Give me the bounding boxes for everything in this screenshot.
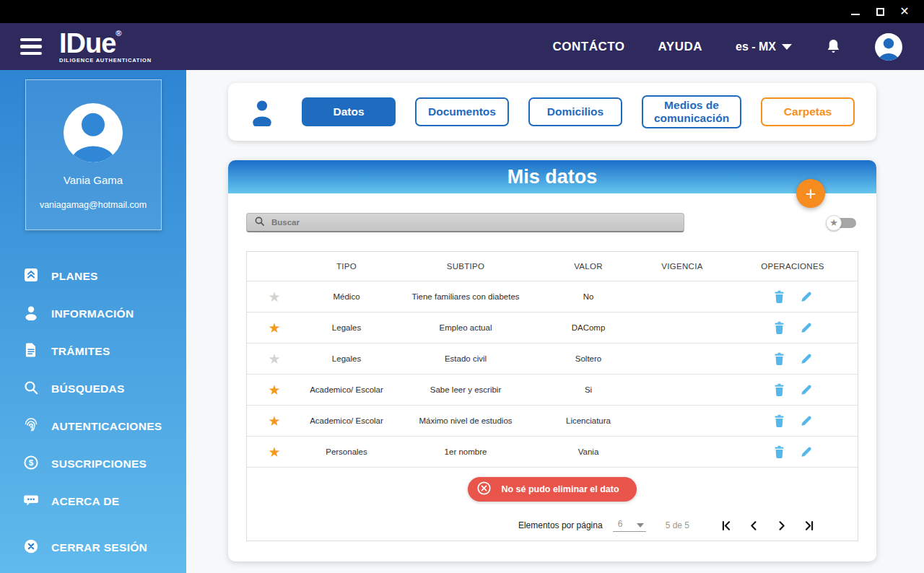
delete-button[interactable] — [773, 445, 785, 459]
search-icon — [23, 380, 39, 398]
sidebar-item-busquedas[interactable]: BÚSQUEDAS — [0, 370, 186, 408]
bell-icon[interactable] — [825, 38, 842, 55]
favorite-star-icon[interactable]: ★ — [247, 383, 302, 397]
main-content: Datos Documentos Domicilios Medios de co… — [186, 70, 924, 573]
items-per-page-select[interactable]: 6 — [613, 519, 646, 532]
add-data-button[interactable]: + — [796, 179, 825, 208]
delete-button[interactable] — [773, 352, 785, 366]
cell-valor: Vania — [540, 447, 637, 456]
cell-subtipo: Sabe leer y escribir — [391, 385, 540, 394]
previous-page-button[interactable] — [747, 519, 761, 533]
cell-tipo: Personales — [302, 447, 391, 456]
sidebar-item-suscripciones[interactable]: $ SUSCRIPCIONES — [0, 445, 186, 483]
column-header: SUBTIPO — [391, 262, 540, 271]
tab-button[interactable]: Documentos — [415, 97, 509, 126]
maximize-icon — [876, 8, 884, 16]
tab-button[interactable]: Datos — [302, 97, 396, 126]
tab-button[interactable]: Domicilios — [528, 97, 622, 126]
items-per-page-label: Elementos por página — [518, 520, 603, 530]
nav-contacto-link[interactable]: CONTÁCTO — [553, 40, 625, 54]
favorites-filter-toggle[interactable]: ★ — [826, 214, 856, 232]
app-header: IDue® DILIGENCE AUTHENTICATION CONTÁCTO … — [0, 23, 924, 70]
tab-button[interactable]: Medios de comunicación — [642, 95, 741, 128]
cell-subtipo: Estado civil — [391, 354, 540, 363]
data-table: TIPOSUBTIPOVALORVIGENCIAOPERACIONES ★ Mé… — [246, 251, 858, 541]
sidebar-item-planes[interactable]: PLANES — [0, 258, 186, 295]
first-page-button[interactable] — [720, 519, 733, 533]
cell-valor: No — [540, 292, 637, 301]
cell-tipo: Academico/ Escolar — [302, 385, 391, 394]
delete-button[interactable] — [773, 383, 785, 397]
sidebar-item-label: ACERCA DE — [51, 495, 119, 508]
tab-list: Datos Documentos Domicilios Medios de co… — [302, 95, 855, 128]
column-header: OPERACIONES — [728, 262, 858, 271]
cell-tipo: Academico/ Escolar — [302, 416, 391, 425]
close-button[interactable]: ✕ — [892, 2, 917, 21]
cell-tipo: Legales — [302, 323, 391, 332]
user-name: Vania Gama — [64, 174, 123, 186]
user-email: vaniagamag@hotmail.com — [40, 200, 147, 210]
sidebar-item-label: BÚSQUEDAS — [51, 382, 125, 395]
table-header-row: TIPOSUBTIPOVALORVIGENCIAOPERACIONES — [247, 252, 858, 281]
edit-button[interactable] — [800, 321, 813, 334]
star-icon: ★ — [826, 215, 842, 231]
favorite-star-icon[interactable]: ★ — [247, 290, 302, 304]
edit-button[interactable] — [800, 414, 813, 427]
logo-title: IDue® — [59, 30, 152, 57]
sidebar-item-acerca-de[interactable]: ACERCA DE — [0, 483, 186, 520]
edit-button[interactable] — [800, 352, 813, 365]
sidebar-item-label: CERRAR SESIÓN — [51, 541, 147, 554]
cell-subtipo: 1er nombre — [391, 447, 540, 456]
profile-avatar[interactable] — [875, 33, 902, 61]
document-icon — [23, 342, 39, 361]
cell-subtipo: Tiene familiares con diabetes — [391, 292, 540, 301]
section-tabs-bar: Datos Documentos Domicilios Medios de co… — [228, 83, 876, 141]
table-row: ★ Personales 1er nombre Vania — [247, 436, 858, 467]
sidebar-item-cerrar-sesion[interactable]: CERRAR SESIÓN — [0, 529, 186, 567]
language-selector[interactable]: es - MX — [736, 40, 792, 53]
toast-area: No sé pudo eliminar el dato — [247, 467, 858, 510]
sidebar: Vania Gama vaniagamag@hotmail.com PLANES… — [0, 70, 186, 573]
last-page-button[interactable] — [802, 519, 816, 533]
fingerprint-icon — [23, 417, 39, 436]
mis-datos-panel: Mis datos + ★ TIPOSUBTIPOVALO — [228, 160, 876, 561]
delete-button[interactable] — [773, 290, 785, 304]
favorite-star-icon[interactable]: ★ — [247, 414, 302, 428]
logo-subtitle: DILIGENCE AUTHENTICATION — [59, 58, 152, 64]
search-input[interactable] — [271, 218, 676, 227]
nav-ayuda-link[interactable]: AYUDA — [658, 40, 702, 54]
pagination-bar: Elementos por página 6 5 de 5 — [247, 510, 858, 541]
close-icon: ✕ — [899, 6, 909, 17]
hamburger-icon[interactable] — [20, 38, 42, 56]
sidebar-item-label: SUSCRIPCIONES — [51, 458, 147, 471]
maximize-button[interactable] — [868, 2, 892, 21]
cell-subtipo: Empleo actual — [391, 323, 540, 332]
sidebar-item-label: PLANES — [51, 270, 98, 283]
delete-button[interactable] — [773, 321, 785, 335]
edit-button[interactable] — [800, 290, 813, 303]
favorite-star-icon[interactable]: ★ — [247, 352, 302, 366]
delete-button[interactable] — [773, 414, 785, 428]
minimize-icon — [851, 14, 860, 15]
items-per-page-value: 6 — [618, 519, 623, 529]
minimize-button[interactable] — [843, 2, 868, 21]
table-row: ★ Médico Tiene familiares con diabetes N… — [247, 281, 858, 312]
sidebar-item-autenticaciones[interactable]: AUTENTICACIONES — [0, 408, 186, 445]
toast-message: No sé pudo eliminar el dato — [501, 484, 619, 494]
tab-button[interactable]: Carpetas — [761, 97, 855, 126]
sidebar-item-label: TRÁMITES — [51, 345, 110, 358]
sidebar-item-informacion[interactable]: INFORMACIÓN — [0, 295, 186, 333]
sidebar-item-tramites[interactable]: TRÁMITES — [0, 333, 186, 370]
next-page-button[interactable] — [775, 519, 788, 533]
column-header: VIGENCIA — [637, 262, 728, 271]
favorite-star-icon[interactable]: ★ — [247, 321, 302, 335]
edit-button[interactable] — [800, 383, 813, 396]
chevron-down-icon — [637, 523, 644, 528]
cell-valor: Soltero — [540, 354, 637, 363]
favorite-star-icon[interactable]: ★ — [247, 445, 302, 459]
window-titlebar: ✕ — [0, 0, 924, 23]
chevron-down-icon — [782, 44, 792, 50]
edit-button[interactable] — [800, 445, 813, 458]
column-header: VALOR — [540, 262, 637, 271]
app-logo: IDue® DILIGENCE AUTHENTICATION — [59, 30, 152, 64]
